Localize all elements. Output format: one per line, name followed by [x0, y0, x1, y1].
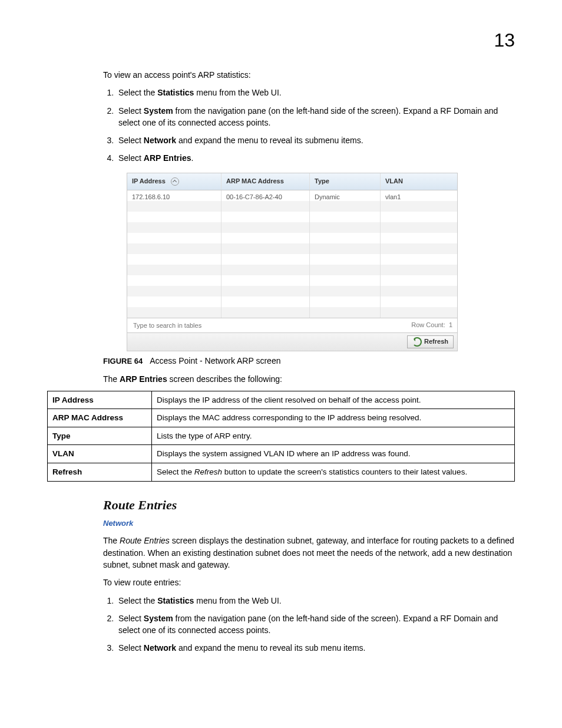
- section-heading-route-entries: Route Entries: [103, 496, 515, 515]
- cell-type: Dynamic: [310, 190, 381, 201]
- step-item: Select System from the navigation pane (…: [116, 612, 515, 637]
- col-header-ip[interactable]: IP Address: [127, 173, 222, 190]
- table-row: Refresh Select the Refresh button to upd…: [48, 463, 515, 482]
- table-search-input[interactable]: [132, 321, 252, 330]
- def-key: ARP MAC Address: [48, 409, 152, 427]
- steps-list-route: Select the Statistics menu from the Web …: [103, 595, 515, 654]
- col-header-type[interactable]: Type: [310, 173, 381, 190]
- def-val: Lists the type of ARP entry.: [152, 427, 515, 445]
- refresh-button[interactable]: Refresh: [407, 335, 454, 348]
- refresh-icon: [412, 337, 422, 347]
- col-header-vlan[interactable]: VLAN: [381, 173, 457, 190]
- table-row[interactable]: 172.168.6.10 00-16-C7-86-A2-40 Dynamic v…: [127, 190, 457, 201]
- table-row: ARP MAC Address Displays the MAC address…: [48, 409, 515, 427]
- arp-screenshot: IP Address ARP MAC Address Type VLAN 172…: [127, 173, 458, 351]
- intro-text: To view an access point's ARP statistics…: [103, 69, 515, 81]
- def-key: Refresh: [48, 463, 152, 482]
- table-row: Type Lists the type of ARP entry.: [48, 427, 515, 445]
- row-count-label: Row Count: 1: [411, 321, 452, 330]
- def-val: Displays the IP address of the client re…: [152, 391, 515, 409]
- def-val: Displays the system assigned VLAN ID whe…: [152, 445, 515, 463]
- table-header-row: IP Address ARP MAC Address Type VLAN: [127, 173, 457, 190]
- step-item: Select the Statistics menu from the Web …: [116, 87, 515, 98]
- breadcrumb[interactable]: Network: [103, 518, 515, 529]
- step-item: Select Network and expand the menu to re…: [116, 134, 515, 146]
- def-val: Displays the MAC address corresponding t…: [152, 409, 515, 427]
- steps-list-arp: Select the Statistics menu from the Web …: [103, 87, 515, 164]
- step-item: Select ARP Entries.: [116, 152, 515, 164]
- step-item: Select System from the navigation pane (…: [116, 105, 515, 129]
- col-header-mac[interactable]: ARP MAC Address: [222, 173, 310, 190]
- def-key: IP Address: [48, 391, 152, 409]
- step-item: Select Network and expand the menu to re…: [116, 642, 515, 654]
- figure-caption: FIGURE 64Access Point - Network ARP scre…: [103, 355, 515, 367]
- sort-asc-icon[interactable]: [171, 177, 179, 186]
- route-paragraph: The Route Entries screen displays the de…: [103, 535, 515, 571]
- def-val: Select the Refresh button to update the …: [152, 463, 515, 482]
- page-number: 13: [47, 29, 515, 51]
- route-intro: To view route entries:: [103, 577, 515, 588]
- def-key: Type: [48, 427, 152, 445]
- table-row: VLAN Displays the system assigned VLAN I…: [48, 445, 515, 463]
- step-item: Select the Statistics menu from the Web …: [116, 595, 515, 607]
- desc-intro: The ARP Entries screen describes the fol…: [103, 373, 515, 385]
- cell-vlan: vlan1: [381, 190, 457, 201]
- definition-table: IP Address Displays the IP address of th…: [47, 391, 515, 482]
- table-row: IP Address Displays the IP address of th…: [48, 391, 515, 409]
- def-key: VLAN: [48, 445, 152, 463]
- cell-ip: 172.168.6.10: [127, 190, 222, 201]
- cell-mac: 00-16-C7-86-A2-40: [222, 190, 310, 201]
